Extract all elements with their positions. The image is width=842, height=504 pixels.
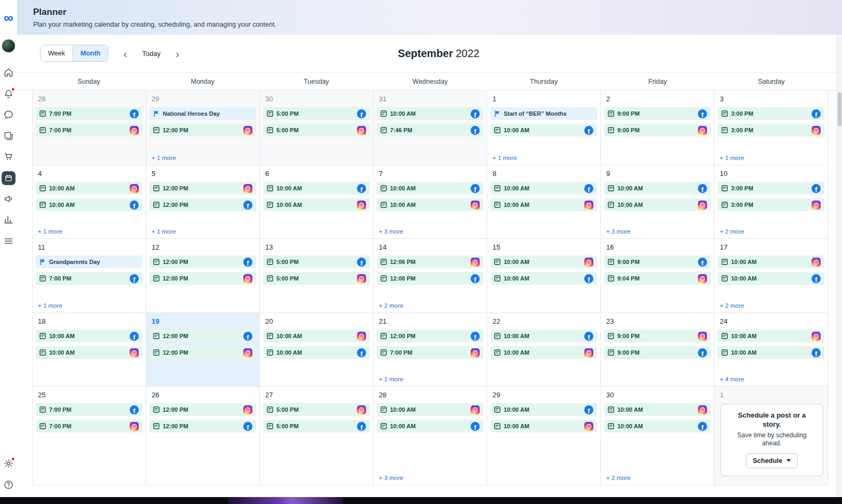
post-chip[interactable]: 10:00 AMf <box>36 330 142 342</box>
post-chip[interactable]: 12:00 PM <box>149 272 256 285</box>
post-chip[interactable]: 5:00 PMf <box>263 255 370 268</box>
day-cell-19[interactable]: 1912:00 PMf12:00 PM <box>146 313 260 387</box>
post-chip[interactable]: 7:00 PM <box>377 346 483 359</box>
post-chip[interactable]: 10:00 AM <box>377 403 483 416</box>
day-cell-30[interactable]: 305:00 PMf5:00 PM <box>260 91 374 165</box>
post-chip[interactable]: 7:00 PM <box>36 420 142 433</box>
post-chip[interactable]: 10:00 AMf <box>490 403 597 416</box>
post-chip[interactable]: 9:00 PM <box>604 124 711 137</box>
show-more-link[interactable]: + 3 more <box>377 474 483 482</box>
day-cell-8[interactable]: 810:00 AMf10:00 AM <box>487 165 601 239</box>
post-chip[interactable]: 10:00 AM <box>377 198 483 211</box>
show-more-link[interactable]: + 2 more <box>718 227 824 235</box>
post-chip[interactable]: 10:00 AMf <box>718 346 824 359</box>
meta-logo[interactable]: ∞ <box>0 10 17 26</box>
post-chip[interactable]: 9:00 PMf <box>604 346 711 359</box>
post-chip[interactable]: 12:06 PM <box>377 255 483 268</box>
post-chip[interactable]: 10:00 AM <box>490 420 597 433</box>
day-cell-29[interactable]: 2910:00 AMf10:00 AM <box>487 387 601 485</box>
day-cell-22[interactable]: 2210:00 AMf10:00 AM <box>487 313 601 387</box>
post-chip[interactable]: 10:00 AM <box>718 330 824 342</box>
day-cell-29[interactable]: 29National Heroes Day12:00 PM+ 1 more <box>146 91 260 165</box>
post-chip[interactable]: 12:00 PMf <box>149 198 256 211</box>
post-chip[interactable]: 10:00 AMf <box>604 420 711 433</box>
content-icon[interactable] <box>3 131 14 141</box>
post-chip[interactable]: 10:00 AMf <box>377 182 483 195</box>
day-cell-14[interactable]: 1412:06 PM12:00 PMf+ 2 more <box>374 239 487 313</box>
post-chip[interactable]: 10:00 AM <box>490 346 597 359</box>
day-cell-26[interactable]: 2612:00 PM12:00 PMf <box>146 387 260 485</box>
post-chip[interactable]: 10:00 AMf <box>718 272 824 285</box>
week-view-button[interactable]: Week <box>41 45 73 61</box>
post-chip[interactable]: 10:00 AMf <box>490 124 597 137</box>
post-chip[interactable]: 12:00 PMf <box>149 255 256 268</box>
day-cell-28[interactable]: 2810:00 AM10:00 AMf+ 3 more <box>374 387 487 485</box>
post-chip[interactable]: 10:00 AMf <box>377 420 483 433</box>
post-chip[interactable]: 10:00 AMf <box>377 107 483 120</box>
holiday-chip[interactable]: Grandparents Day <box>36 255 142 268</box>
show-more-link[interactable]: + 1 more <box>149 227 256 235</box>
show-more-link[interactable]: + 1 more <box>377 375 483 383</box>
show-more-link[interactable]: + 4 more <box>718 375 824 383</box>
post-chip[interactable]: 10:00 AM <box>36 182 142 195</box>
day-cell-21[interactable]: 2112:00 PMf7:00 PM+ 1 more <box>374 313 487 387</box>
show-more-link[interactable]: + 1 more <box>36 227 142 235</box>
day-cell-2[interactable]: 29:00 PMf9:00 PM <box>601 91 714 165</box>
home-icon[interactable] <box>3 67 14 78</box>
post-chip[interactable]: 12:00 PM <box>149 124 256 137</box>
post-chip[interactable]: 10:00 AM <box>490 255 597 268</box>
day-cell-16[interactable]: 169:00 PMf9:04 PM <box>601 239 714 313</box>
post-chip[interactable]: 5:00 PM <box>263 124 370 137</box>
prev-month-button[interactable]: ‹ <box>120 48 130 59</box>
post-chip[interactable]: 5:00 PMf <box>263 420 370 433</box>
post-chip[interactable]: 12:00 PM <box>149 182 256 195</box>
day-cell-30[interactable]: 3010:00 AM10:00 AMf+ 2 more <box>601 387 714 485</box>
day-cell-28[interactable]: 287:00 PMf7:00 PM <box>33 91 146 165</box>
post-chip[interactable]: 7:46 PMf <box>377 124 483 137</box>
day-cell-24[interactable]: 2410:00 AM10:00 AMf+ 4 more <box>714 313 828 387</box>
show-more-link[interactable]: + 1 more <box>36 301 142 309</box>
post-chip[interactable]: 5:00 PMf <box>263 107 370 120</box>
insights-icon[interactable] <box>3 214 14 225</box>
post-chip[interactable]: 10:00 AMf <box>490 182 597 195</box>
post-chip[interactable]: 10:00 AM <box>604 403 711 416</box>
post-chip[interactable]: 5:00 PM <box>263 403 370 416</box>
show-more-link[interactable]: + 2 more <box>377 301 483 309</box>
post-chip[interactable]: 7:00 PM <box>36 124 142 137</box>
settings-icon[interactable] <box>3 458 14 469</box>
day-cell-7[interactable]: 710:00 AMf10:00 AM+ 3 more <box>374 165 487 239</box>
post-chip[interactable]: 7:00 PMf <box>36 107 142 120</box>
post-chip[interactable]: 12:00 PMf <box>377 330 483 342</box>
post-chip[interactable]: 3:00 PM <box>718 124 824 137</box>
post-chip[interactable]: 9:00 PMf <box>604 255 711 268</box>
post-chip[interactable]: 3:00 PM <box>718 198 824 211</box>
today-button[interactable]: Today <box>142 50 161 58</box>
show-more-link[interactable]: + 1 more <box>718 154 824 162</box>
post-chip[interactable]: 10:00 AMf <box>263 182 370 195</box>
day-cell-27[interactable]: 275:00 PM5:00 PMf <box>260 387 374 485</box>
show-more-link[interactable]: + 1 more <box>149 154 256 162</box>
holiday-chip[interactable]: National Heroes Day <box>149 107 256 120</box>
day-cell-3[interactable]: 33:00 PMf3:00 PM+ 1 more <box>714 91 828 165</box>
day-cell-18[interactable]: 1810:00 AMf10:00 AM <box>33 313 146 387</box>
post-chip[interactable]: 10:00 AMf <box>604 182 711 195</box>
post-chip[interactable]: 3:00 PMf <box>718 182 824 195</box>
messages-icon[interactable] <box>3 109 14 120</box>
show-more-link[interactable]: + 1 more <box>490 154 597 162</box>
day-cell-20[interactable]: 2010:00 AM10:00 AMf <box>260 313 374 387</box>
post-chip[interactable]: 9:04 PM <box>604 272 711 285</box>
post-chip[interactable]: 7:00 PMf <box>36 272 142 285</box>
post-chip[interactable]: 9:00 PM <box>604 330 711 342</box>
commerce-icon[interactable] <box>3 151 14 162</box>
show-more-link[interactable]: + 3 more <box>604 227 711 235</box>
post-chip[interactable]: 10:00 AM <box>490 198 597 211</box>
post-chip[interactable]: 12:00 PMf <box>377 272 483 285</box>
day-cell-1[interactable]: 1Start of “BER” Months10:00 AMf+ 1 more <box>487 91 601 165</box>
day-cell-25[interactable]: 257:00 PMf7:00 PM <box>33 387 146 485</box>
day-cell-10[interactable]: 103:00 PMf3:00 PM+ 2 more <box>714 165 828 239</box>
post-chip[interactable]: 10:00 AM <box>263 198 370 211</box>
show-more-link[interactable]: + 3 more <box>377 227 483 235</box>
post-chip[interactable]: 10:00 AMf <box>263 346 370 359</box>
day-cell-11[interactable]: 11Grandparents Day7:00 PMf+ 1 more <box>33 239 146 313</box>
post-chip[interactable]: 10:00 AM <box>36 346 142 359</box>
